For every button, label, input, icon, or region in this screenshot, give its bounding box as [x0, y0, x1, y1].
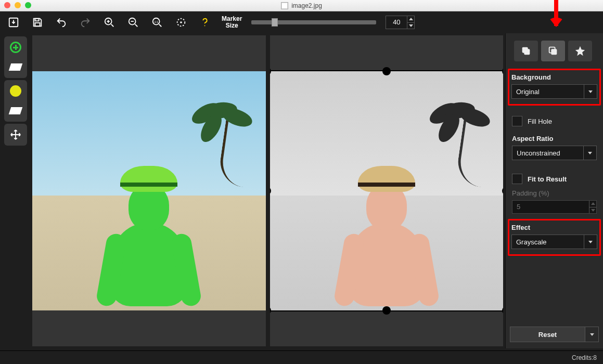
marker-size-input[interactable]: 40	[386, 16, 415, 29]
circle-icon	[10, 85, 21, 97]
effect-label: Effect	[511, 224, 597, 231]
undo-button[interactable]	[54, 15, 69, 30]
zoom-in-button[interactable]	[102, 15, 117, 30]
document-icon	[281, 2, 288, 9]
reset-dropdown[interactable]	[585, 327, 599, 342]
background-select[interactable]: Original	[511, 84, 597, 99]
foreground-mask-overlay	[105, 166, 193, 301]
window-titlebar: image2.jpg	[0, 0, 603, 11]
move-tool-group	[4, 124, 27, 146]
redo-button[interactable]	[78, 15, 93, 30]
source-image	[32, 71, 266, 310]
fit-to-result-label: Fit to Result	[528, 175, 567, 183]
maximize-window-button[interactable]	[25, 2, 31, 8]
crop-handle-t[interactable]	[382, 67, 391, 75]
aspect-ratio-select[interactable]: Unconstrained	[512, 146, 597, 160]
svg-rect-13	[551, 49, 557, 55]
fit-to-result-panel: Fit to Result Padding (%) 5	[510, 165, 599, 219]
save-button[interactable]	[30, 15, 45, 30]
eraser-icon	[9, 63, 23, 71]
svg-point-8	[180, 21, 182, 23]
fit-to-result-checkbox[interactable]	[512, 174, 522, 184]
reset-row: Reset	[510, 327, 599, 342]
sidebar-tabs	[514, 41, 599, 61]
effect-panel: Effect Grayscale	[508, 219, 601, 256]
tool-palette	[4, 36, 27, 146]
effect-select[interactable]: Grayscale	[511, 235, 597, 249]
window-controls	[4, 2, 31, 8]
svg-rect-11	[524, 49, 530, 55]
stepper-down[interactable]	[407, 23, 414, 29]
stepper-up[interactable]	[407, 16, 414, 23]
zoom-out-button[interactable]	[126, 15, 140, 30]
crop-handle-b[interactable]	[382, 306, 391, 315]
fill-hole-panel: Fill Hole	[510, 108, 599, 132]
minimize-window-button[interactable]	[15, 2, 21, 8]
zoom-actual-button[interactable]: 1:1	[150, 15, 164, 30]
padding-label: Padding (%)	[512, 189, 597, 197]
tab-favorites[interactable]	[568, 41, 592, 61]
svg-rect-2	[35, 23, 40, 26]
main-toolbar: 1:1 Marker Size 40	[0, 11, 603, 33]
result-foreground	[342, 166, 431, 301]
document-title: image2.jpg	[281, 2, 322, 9]
background-label: Background	[511, 73, 597, 81]
aspect-ratio-label: Aspect Ratio	[512, 135, 597, 142]
reset-button[interactable]: Reset	[510, 327, 585, 342]
svg-point-9	[204, 25, 206, 27]
svg-rect-1	[35, 19, 39, 21]
add-foreground-tool[interactable]	[8, 40, 23, 55]
workspace	[30, 33, 505, 348]
result-canvas[interactable]	[270, 35, 504, 346]
slider-thumb[interactable]	[272, 18, 278, 27]
properties-sidebar: Background Original Fill Hole Aspect Rat…	[505, 33, 603, 348]
export-button[interactable]	[6, 15, 21, 30]
foreground-tool-group	[4, 36, 27, 78]
eraser-icon	[9, 107, 23, 114]
erase-foreground-tool[interactable]	[8, 59, 23, 75]
padding-input: 5	[512, 200, 597, 214]
fill-hole-checkbox[interactable]	[512, 116, 522, 126]
source-canvas[interactable]	[32, 35, 266, 346]
tab-background[interactable]	[541, 41, 565, 61]
marker-size-stepper[interactable]	[407, 16, 414, 29]
background-panel: Background Original	[508, 69, 601, 106]
background-tool-group	[4, 80, 27, 122]
zoom-fit-button[interactable]	[174, 15, 188, 30]
marker-size-label: Marker Size	[222, 16, 242, 29]
result-image	[270, 71, 504, 310]
move-tool[interactable]	[8, 127, 23, 142]
fill-hole-label: Fill Hole	[528, 118, 552, 125]
document-filename: image2.jpg	[291, 2, 322, 9]
erase-background-tool[interactable]	[8, 103, 23, 119]
credits-label: Credits:	[572, 354, 593, 361]
add-background-tool[interactable]	[8, 83, 23, 99]
help-button[interactable]	[198, 15, 212, 30]
close-window-button[interactable]	[4, 2, 10, 8]
svg-text:1:1: 1:1	[155, 20, 159, 23]
aspect-ratio-panel: Aspect Ratio Unconstrained	[510, 132, 599, 165]
credits-value: 8	[593, 354, 597, 361]
marker-size-slider[interactable]	[251, 20, 376, 24]
tab-layers[interactable]	[514, 41, 538, 61]
status-bar: Credits: 8	[0, 350, 603, 364]
